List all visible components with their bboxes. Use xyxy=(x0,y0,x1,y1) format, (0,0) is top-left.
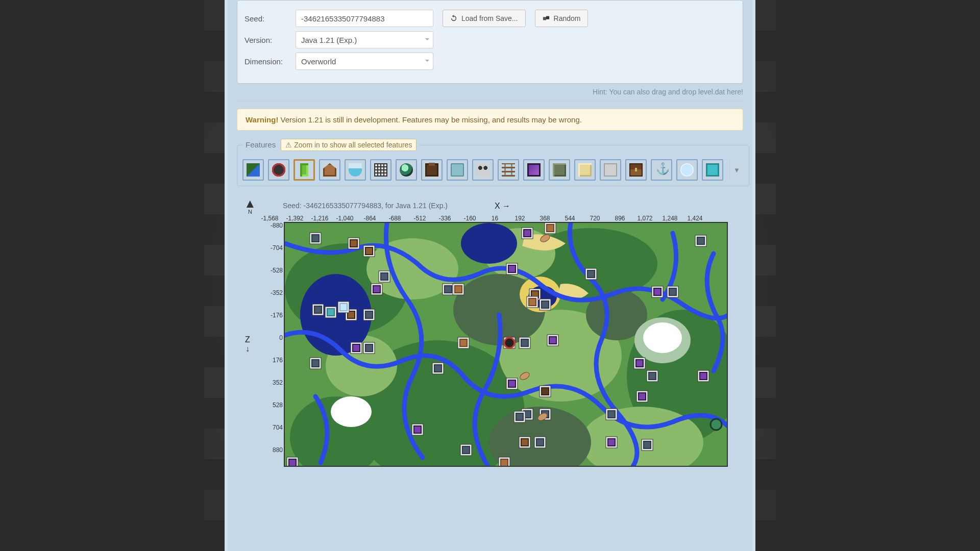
feature-iceberg[interactable] xyxy=(676,159,698,181)
version-select[interactable]: Java 1.21 (Exp.) xyxy=(296,31,433,48)
anchor-icon xyxy=(655,163,668,177)
svg-rect-119 xyxy=(501,459,508,466)
svg-rect-39 xyxy=(547,224,554,232)
mossy-icon xyxy=(553,163,566,177)
x-tick: -512 xyxy=(407,215,432,222)
feature-biome[interactable] xyxy=(242,159,264,181)
feature-spawn[interactable] xyxy=(268,159,289,181)
x-tick: 896 xyxy=(607,215,632,222)
z-tick: 176 xyxy=(257,357,283,379)
feature-witch-hut[interactable] xyxy=(345,159,366,181)
z-tick: 528 xyxy=(257,402,283,424)
feature-ancient-city[interactable] xyxy=(702,159,723,181)
feature-igloo[interactable] xyxy=(600,159,621,181)
pearl-icon xyxy=(400,163,413,177)
feature-more-toggle[interactable]: ▼ xyxy=(729,159,744,181)
x-tick: -1,568 xyxy=(257,215,282,222)
z-tick: 352 xyxy=(257,379,283,402)
feature-toggle-row: ▼ xyxy=(242,159,744,181)
map-seed-line: Seed: -3462165335077794883, for Java 1.2… xyxy=(283,202,448,210)
load-from-save-button[interactable]: Load from Save... xyxy=(443,10,526,27)
version-warning: Warning! Version 1.21 is still in develo… xyxy=(237,109,743,131)
svg-point-21 xyxy=(643,322,682,353)
divider xyxy=(237,101,743,102)
feature-pillager-outpost[interactable] xyxy=(421,159,443,181)
x-tick: -1,216 xyxy=(307,215,332,222)
svg-rect-71 xyxy=(365,344,373,352)
svg-rect-121 xyxy=(289,459,296,466)
svg-rect-111 xyxy=(521,439,528,446)
svg-rect-30 xyxy=(508,265,516,272)
x-tick: 1,072 xyxy=(632,215,657,222)
z-tick: -176 xyxy=(257,312,283,334)
feature-mossy-ruin[interactable] xyxy=(549,159,570,181)
x-axis-ticks: -1,568-1,392-1,216-1,040-864-688-512-336… xyxy=(257,215,727,222)
undo-icon xyxy=(450,15,457,22)
svg-rect-36 xyxy=(524,230,531,237)
feature-village[interactable] xyxy=(319,159,340,181)
z-axis-label: Z↓ xyxy=(242,335,253,354)
rail-icon xyxy=(502,163,515,177)
seed-input[interactable] xyxy=(296,10,433,27)
svg-rect-24 xyxy=(312,235,319,242)
seed-form: Seed: Load from Save... Random Version: … xyxy=(237,0,743,84)
svg-rect-69 xyxy=(353,344,360,352)
feature-slime-chunk[interactable] xyxy=(293,159,315,181)
svg-rect-55 xyxy=(381,273,388,280)
feature-ocean-monument[interactable] xyxy=(447,159,468,181)
svg-rect-34 xyxy=(697,237,704,244)
feature-stronghold-grid[interactable] xyxy=(370,159,391,181)
feature-fossil[interactable] xyxy=(472,159,494,181)
x-tick: -160 xyxy=(457,215,482,222)
dice-icon xyxy=(543,15,550,22)
svg-rect-28 xyxy=(365,247,373,255)
version-label: Version: xyxy=(244,36,296,44)
svg-rect-26 xyxy=(350,240,357,247)
potion-icon xyxy=(349,163,362,177)
x-tick: 720 xyxy=(582,215,607,222)
warning-bold: Warning! xyxy=(246,115,278,124)
svg-rect-45 xyxy=(455,286,462,293)
biome-map[interactable] xyxy=(284,222,728,467)
feature-desert-temple[interactable] xyxy=(574,159,596,181)
seed-label: Seed: xyxy=(244,14,296,23)
svg-rect-98 xyxy=(608,411,615,418)
feature-shipwreck[interactable] xyxy=(651,159,672,181)
decorative-edge-right xyxy=(755,0,776,551)
sand-icon xyxy=(578,163,592,177)
x-axis-label: X → xyxy=(495,202,510,211)
compass-icon: ▲ N xyxy=(242,198,258,215)
svg-rect-83 xyxy=(508,380,516,387)
features-box: Features ⚠ Zoom in to show all selected … xyxy=(237,139,749,186)
zoom-hint: ⚠ Zoom in to show all selected features xyxy=(281,139,416,151)
feature-ruined-portal[interactable] xyxy=(523,159,545,181)
feature-mineshaft[interactable] xyxy=(498,159,519,181)
dimension-select[interactable]: Overworld xyxy=(296,53,433,70)
feature-ender-pearl[interactable] xyxy=(396,159,417,181)
x-tick: 544 xyxy=(557,215,582,222)
chest-icon xyxy=(629,163,643,177)
outpost-icon xyxy=(425,163,438,177)
x-tick: 1,424 xyxy=(682,215,707,222)
z-tick: -704 xyxy=(257,244,283,267)
features-legend: Features xyxy=(246,140,276,149)
z-tick: -352 xyxy=(257,289,283,312)
feature-buried-treasure[interactable] xyxy=(625,159,647,181)
svg-rect-92 xyxy=(636,360,643,367)
svg-rect-61 xyxy=(529,298,536,306)
svg-rect-113 xyxy=(644,441,651,448)
x-tick: 192 xyxy=(507,215,532,222)
svg-rect-57 xyxy=(340,304,347,311)
page-container: Seed: Load from Save... Random Version: … xyxy=(225,0,755,551)
svg-rect-41 xyxy=(373,286,380,293)
x-tick: -336 xyxy=(432,215,457,222)
svg-rect-109 xyxy=(536,439,544,446)
svg-rect-1 xyxy=(546,16,549,19)
igloo-icon xyxy=(604,163,617,177)
z-tick: 880 xyxy=(257,446,283,469)
random-button[interactable]: Random xyxy=(535,10,589,27)
svg-rect-53 xyxy=(365,311,373,318)
z-tick: -528 xyxy=(257,267,283,289)
svg-point-17 xyxy=(461,223,517,264)
biome-icon xyxy=(247,163,260,177)
